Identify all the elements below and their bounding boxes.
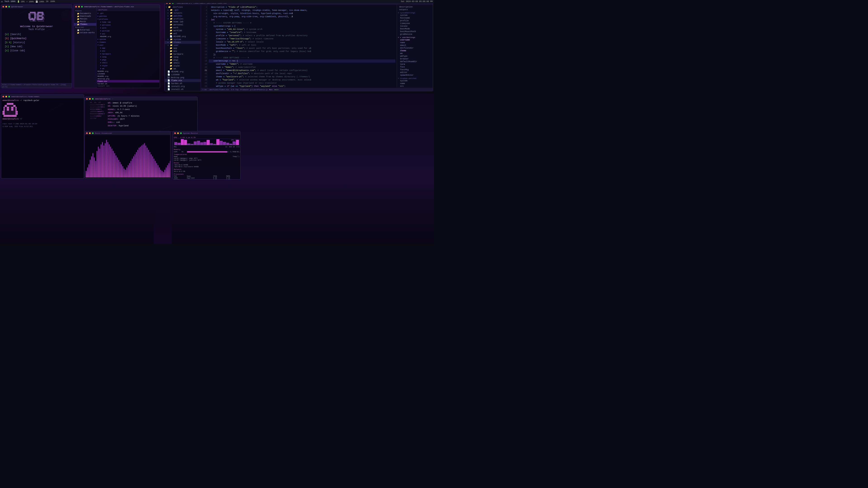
fm-sidebar-downloads[interactable]: 📁Downloads (74, 15, 96, 18)
list-item[interactable]: ▸hardware (97, 53, 159, 55)
list-item[interactable]: ▸patches (97, 15, 159, 18)
min-btn[interactable] (5, 6, 7, 7)
crt-font[interactable]: font (397, 66, 433, 68)
list-item[interactable]: desktop.png (97, 77, 159, 80)
cft-wm[interactable]: 📁 wm (165, 67, 201, 70)
list-item[interactable]: ▸personal (97, 24, 159, 26)
list-item[interactable]: ▸themes (97, 41, 159, 43)
close-btn[interactable] (2, 6, 4, 7)
fm-sidebar-themes[interactable]: 📁Themes (74, 23, 96, 26)
list-item[interactable]: ▸worklab (97, 29, 159, 32)
crt-nx-src[interactable]: src (397, 85, 433, 88)
crt-timezone[interactable]: timezone (397, 22, 433, 25)
crt-username[interactable]: username (397, 39, 433, 41)
qb-menu-bookmarks[interactable]: [b] [Quickmarks] (5, 37, 68, 41)
cft-outputs[interactable]: ▸ 📁 outputs (165, 11, 201, 14)
cft-flake[interactable]: 📄 flake.nix (165, 79, 201, 82)
t2-min[interactable] (5, 96, 7, 97)
cft-themes[interactable]: ▸ 📁 themes (165, 41, 201, 44)
sm-max[interactable] (180, 132, 182, 134)
cft-dotfiles[interactable]: ▾ 📁 .dotfiles (165, 6, 201, 8)
list-item[interactable]: install.org (97, 85, 159, 86)
crt-editor[interactable]: editor (397, 71, 433, 74)
fm-max[interactable] (81, 6, 83, 7)
cft-desktop[interactable]: 🖼 desktop.png (165, 76, 201, 79)
crt-grubDevice[interactable]: grubDevice (397, 33, 433, 36)
t2-close[interactable] (2, 96, 4, 97)
cft-env[interactable]: 📁 env (165, 50, 201, 53)
list-item[interactable]: README.org (97, 35, 159, 38)
crt-defaultRoamDir[interactable]: defaultRoamDir (397, 60, 433, 63)
viz-max[interactable] (92, 132, 94, 134)
sm-close[interactable] (174, 132, 176, 134)
cft-installog[interactable]: 📄 install.org (165, 85, 201, 88)
cft-readme2[interactable]: 📄 README.org (165, 70, 201, 73)
fm-sidebar-documents[interactable]: 📁Documents (74, 12, 96, 15)
cft-app[interactable]: 📁 app (165, 47, 201, 50)
crt-outputs[interactable]: outputs (397, 8, 433, 11)
crt-wmType[interactable]: wmType (397, 55, 433, 58)
cft-personal[interactable]: 📁 personal (165, 23, 201, 26)
sm-min[interactable] (177, 132, 179, 134)
crt-browser[interactable]: browser (397, 58, 433, 60)
cft-style[interactable]: 📁 style (165, 64, 201, 67)
crt-bootMode[interactable]: bootMode (397, 28, 433, 30)
list-item[interactable]: README.org (97, 75, 159, 77)
list-item-flake[interactable]: flake.nix (97, 80, 159, 83)
crt-profile[interactable]: profile (397, 20, 433, 22)
list-item[interactable]: ▸shell (97, 61, 159, 64)
viz-close[interactable] (86, 132, 88, 134)
list-item[interactable]: ▸pkgs (97, 58, 159, 61)
qb-menu-closetab[interactable]: [x] [Close tab] (5, 49, 68, 53)
cft-profiles[interactable]: ▾ 📁 profiles (165, 18, 201, 20)
cft-system[interactable]: ▸ 📁 system (165, 38, 201, 41)
qb-menu-newtab[interactable]: [t] [New tab] (5, 45, 68, 49)
crt-description[interactable]: description (397, 6, 433, 8)
viz-min[interactable] (89, 132, 91, 134)
cft-worklab[interactable]: 📁 worklab (165, 29, 201, 32)
crt-wm[interactable]: wm (397, 52, 433, 55)
list-item[interactable]: ▸lang (97, 55, 159, 58)
list-item[interactable]: ▸system (97, 38, 159, 41)
cft-pkgs[interactable]: 📁 pkgs (165, 59, 201, 61)
max-btn[interactable] (8, 6, 10, 7)
list-item[interactable]: ▸app (97, 46, 159, 50)
cft-hardware[interactable]: 📁 hardware (165, 53, 201, 56)
list-item[interactable]: ▸env (97, 50, 159, 53)
fm-close[interactable] (75, 6, 77, 7)
crt-term[interactable]: term (397, 63, 433, 66)
list-item[interactable]: README.org (97, 70, 159, 72)
crt-hostname[interactable]: hostname (397, 17, 433, 20)
cft-installsh[interactable]: 📄 install.sh (165, 88, 201, 91)
t2-max[interactable] (8, 96, 10, 97)
cft-user[interactable]: ▾ 📁 user (165, 44, 201, 47)
list-item[interactable]: ▾profiles (97, 18, 159, 21)
fm-sidebar-ext[interactable]: 💾External (74, 29, 96, 31)
cft-wsl[interactable]: 📁 wsl (165, 32, 201, 35)
cft-work[interactable]: 📁 work (165, 26, 201, 29)
list-item[interactable]: ▾user (97, 43, 159, 46)
crt-theme[interactable]: theme (397, 50, 433, 52)
cft-readme1[interactable]: 📄 README.org (165, 35, 201, 38)
list-item[interactable]: ▸wsl (97, 32, 159, 35)
fm-sidebar-music[interactable]: 📁Music (74, 20, 96, 23)
cft-git[interactable]: ▸ 📁 .git (165, 8, 201, 11)
crt-email[interactable]: email (397, 44, 433, 47)
crt-fontPkg[interactable]: fontPkg (397, 68, 433, 71)
cft-homelab[interactable]: 📁 home lab (165, 20, 201, 23)
neo-max[interactable] (92, 98, 94, 100)
crt-bootMountPath[interactable]: bootMountPath (397, 30, 433, 33)
neo-close[interactable] (86, 98, 88, 100)
list-item[interactable]: ▸wm (97, 67, 159, 70)
fm-sidebar-octave[interactable]: 📁octave-works (74, 31, 96, 34)
fm-sidebar-movies[interactable]: 📁Movies (74, 18, 96, 20)
cft-harden[interactable]: 📄 harden.sh (165, 82, 201, 85)
crt-nx-system[interactable]: system (397, 79, 433, 82)
list-item[interactable]: LICENSE (97, 72, 159, 75)
cft-lang[interactable]: 📁 lang (165, 56, 201, 59)
cft-patches[interactable]: ▸ 📁 patches (165, 14, 201, 18)
crt-nx-name[interactable]: name (397, 82, 433, 85)
neo-min[interactable] (89, 98, 91, 100)
crt-dotfilesDir[interactable]: dotfilesDir (397, 47, 433, 50)
qb-menu-history[interactable]: [S h] [History] (5, 41, 68, 45)
